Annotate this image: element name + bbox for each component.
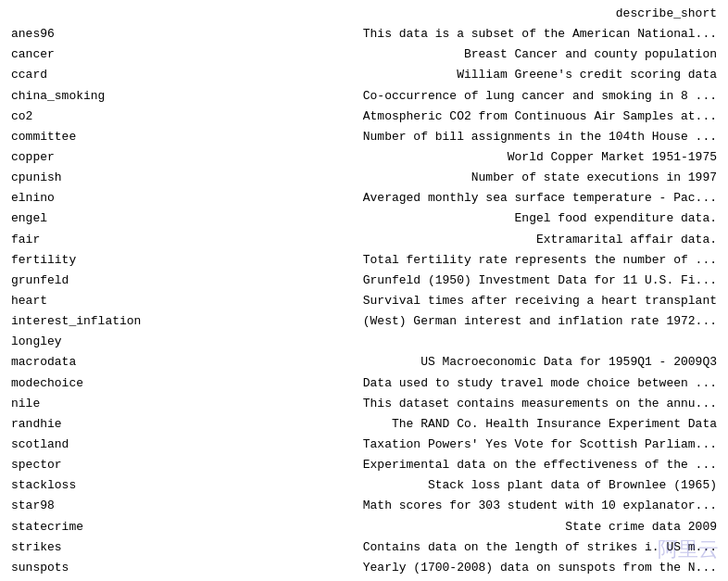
dataset-name[interactable]: statecrime (7, 517, 193, 537)
dataset-name[interactable]: stackloss (7, 475, 193, 496)
dataset-name[interactable]: star98 (7, 496, 193, 516)
table-row: cancerBreast Cancer and county populatio… (7, 44, 721, 65)
dataset-description: Number of bill assignments in the 104th … (193, 127, 721, 147)
dataset-name[interactable]: heart (7, 291, 193, 311)
table-row: spectorExperimental data on the effectiv… (7, 455, 721, 475)
table-row: heartSurvival times after receiving a he… (7, 291, 721, 311)
dataset-description: Grunfeld (1950) Investment Data for 11 U… (193, 271, 721, 291)
table-row: stacklossStack loss plant data of Brownl… (7, 475, 721, 496)
dataset-name[interactable]: modechoice (7, 373, 193, 394)
dataset-description: This dataset contains measurements on th… (193, 394, 721, 414)
dataset-description: State crime data 2009 (193, 517, 721, 537)
table-row: china_smokingCo-occurrence of lung cance… (7, 86, 721, 107)
dataset-description: Contains data on the length of strikes i… (193, 537, 721, 558)
dataset-name[interactable]: ccard (7, 65, 193, 85)
table-row: co2Atmospheric CO2 from Continuous Air S… (7, 107, 721, 127)
dataset-name[interactable]: committee (7, 127, 193, 147)
table-row: modechoiceData used to study travel mode… (7, 373, 721, 394)
dataset-description: Co-occurrence of lung cancer and smoking… (193, 86, 721, 107)
table-row: grunfeldGrunfeld (1950) Investment Data … (7, 271, 721, 291)
header-name-col (7, 4, 193, 24)
dataset-description: Data used to study travel mode choice be… (193, 373, 721, 394)
dataset-name[interactable]: nile (7, 394, 193, 414)
table-row: engelEngel food expenditure data. (7, 208, 721, 229)
dataset-description: Engel food expenditure data. (193, 208, 721, 229)
table-row: interest_inflation(West) German interest… (7, 311, 721, 332)
dataset-name[interactable]: fair (7, 230, 193, 250)
dataset-name[interactable]: fertility (7, 250, 193, 271)
header-desc-col: describe_short (193, 4, 721, 24)
dataset-name[interactable]: randhie (7, 414, 193, 435)
dataset-description: World Copper Market 1951-1975 (193, 147, 721, 168)
table-row: committeeNumber of bill assignments in t… (7, 127, 721, 147)
table-row: sunspotsYearly (1700-2008) data on sunsp… (7, 558, 721, 578)
dataset-description: Atmospheric CO2 from Continuous Air Samp… (193, 107, 721, 127)
table-row: randhieThe RAND Co. Health Insurance Exp… (7, 414, 721, 435)
dataset-name[interactable]: scotland (7, 435, 193, 455)
table-row: fertilityTotal fertility rate represents… (7, 250, 721, 271)
dataset-name[interactable]: elnino (7, 188, 193, 208)
datasets-table: describe_short anes96This data is a subs… (7, 4, 721, 578)
table-row: copperWorld Copper Market 1951-1975 (7, 147, 721, 168)
dataset-description: The RAND Co. Health Insurance Experiment… (193, 414, 721, 435)
dataset-name[interactable]: cpunish (7, 168, 193, 188)
dataset-description: (West) German interest and inflation rat… (193, 311, 721, 332)
dataset-description: Number of state executions in 1997 (193, 168, 721, 188)
table-row: statecrimeState crime data 2009 (7, 517, 721, 537)
table-row: longley (7, 332, 721, 352)
table-row: star98Math scores for 303 student with 1… (7, 496, 721, 516)
dataset-name[interactable]: longley (7, 332, 193, 352)
dataset-name[interactable]: sunspots (7, 558, 193, 578)
main-container: describe_short anes96This data is a subs… (0, 0, 728, 581)
table-row: nileThis dataset contains measurements o… (7, 394, 721, 414)
dataset-description: Survival times after receiving a heart t… (193, 291, 721, 311)
table-row: ccardWilliam Greene's credit scoring dat… (7, 65, 721, 85)
dataset-name[interactable]: anes96 (7, 24, 193, 44)
dataset-description: This data is a subset of the American Na… (193, 24, 721, 44)
table-row: scotlandTaxation Powers' Yes Vote for Sc… (7, 435, 721, 455)
dataset-description: Averaged monthly sea surface temperature… (193, 188, 721, 208)
table-row: cpunishNumber of state executions in 199… (7, 168, 721, 188)
dataset-description: Math scores for 303 student with 10 expl… (193, 496, 721, 516)
dataset-name[interactable]: strikes (7, 537, 193, 558)
dataset-description: Extramarital affair data. (193, 230, 721, 250)
table-row: fairExtramarital affair data. (7, 230, 721, 250)
dataset-name[interactable]: cancer (7, 44, 193, 65)
dataset-name[interactable]: copper (7, 147, 193, 168)
dataset-name[interactable]: co2 (7, 107, 193, 127)
table-row: macrodataUS Macroeconomic Data for 1959Q… (7, 352, 721, 373)
dataset-description (193, 332, 721, 352)
dataset-description: US Macroeconomic Data for 1959Q1 - 2009Q… (193, 352, 721, 373)
dataset-name[interactable]: spector (7, 455, 193, 475)
dataset-description: Stack loss plant data of Brownlee (1965) (193, 475, 721, 496)
table-row: anes96This data is a subset of the Ameri… (7, 24, 721, 44)
table-row: strikesContains data on the length of st… (7, 537, 721, 558)
dataset-description: Taxation Powers' Yes Vote for Scottish P… (193, 435, 721, 455)
dataset-name[interactable]: interest_inflation (7, 311, 193, 332)
dataset-description: Breast Cancer and county population (193, 44, 721, 65)
dataset-description: William Greene's credit scoring data (193, 65, 721, 85)
dataset-description: Yearly (1700-2008) data on sunspots from… (193, 558, 721, 578)
table-header: describe_short (7, 4, 721, 24)
dataset-name[interactable]: china_smoking (7, 86, 193, 107)
dataset-name[interactable]: engel (7, 208, 193, 229)
dataset-description: Total fertility rate represents the numb… (193, 250, 721, 271)
dataset-name[interactable]: grunfeld (7, 271, 193, 291)
table-row: elninoAveraged monthly sea surface tempe… (7, 188, 721, 208)
dataset-description: Experimental data on the effectiveness o… (193, 455, 721, 475)
dataset-name[interactable]: macrodata (7, 352, 193, 373)
